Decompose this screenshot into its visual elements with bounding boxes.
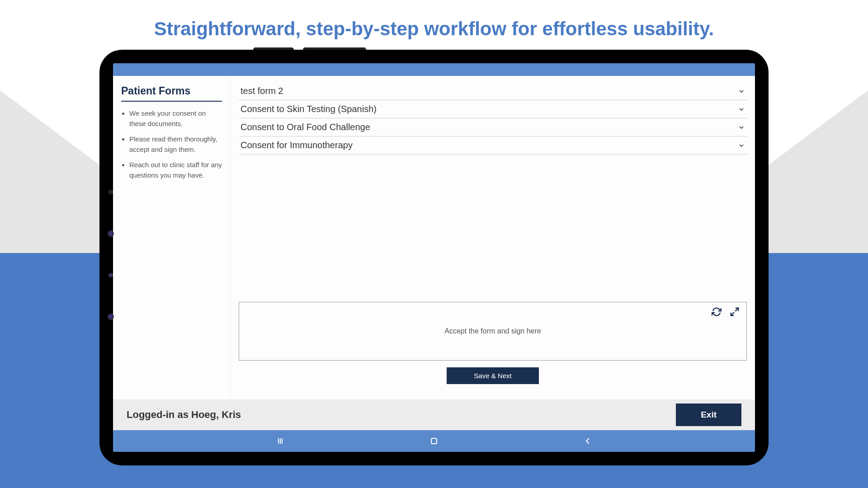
tablet-camera-cluster bbox=[108, 190, 114, 320]
main-content-area: Patient Forms We seek your consent on th… bbox=[113, 76, 755, 399]
expand-icon[interactable] bbox=[730, 307, 740, 317]
android-nav-bar bbox=[113, 430, 755, 452]
sidebar-instruction-item: We seek your consent on these documents. bbox=[129, 108, 222, 129]
chevron-down-icon bbox=[738, 106, 745, 113]
form-label: Consent for Immunotherapy bbox=[241, 140, 353, 150]
chevron-down-icon bbox=[738, 142, 745, 149]
app-header-bar bbox=[113, 63, 755, 76]
home-icon[interactable] bbox=[429, 436, 439, 446]
sidebar-instruction-item: Please read them thoroughly, accept and … bbox=[129, 134, 222, 155]
tablet-physical-button bbox=[253, 47, 294, 50]
footer-bar: Logged-in as Hoeg, Kris Exit bbox=[113, 399, 755, 430]
forms-panel: test form 2 Consent to Skin Testing (Spa… bbox=[231, 76, 755, 399]
form-accordion-item[interactable]: Consent to Oral Food Challenge bbox=[239, 118, 747, 136]
svg-rect-5 bbox=[431, 438, 437, 444]
refresh-icon[interactable] bbox=[712, 307, 722, 317]
form-accordion-item[interactable]: Consent for Immunotherapy bbox=[239, 136, 747, 155]
chevron-down-icon bbox=[738, 88, 745, 95]
sidebar-instructions-list: We seek your consent on these documents.… bbox=[121, 108, 222, 180]
form-accordion-item[interactable]: Consent to Skin Testing (Spanish) bbox=[239, 100, 747, 118]
tablet-screen: Patient Forms We seek your consent on th… bbox=[113, 63, 755, 452]
signature-pad[interactable]: Accept the form and sign here bbox=[239, 302, 747, 361]
sidebar-instruction-item: Reach out to clinic staff for any questi… bbox=[129, 160, 222, 180]
signature-placeholder: Accept the form and sign here bbox=[444, 327, 541, 335]
marketing-headline: Straightforward, step-by-step workflow f… bbox=[0, 18, 868, 40]
tablet-physical-button bbox=[303, 47, 366, 50]
back-icon[interactable] bbox=[582, 436, 593, 446]
form-label: test form 2 bbox=[241, 86, 283, 96]
sidebar-title: Patient Forms bbox=[121, 85, 222, 102]
logged-in-status: Logged-in as Hoeg, Kris bbox=[127, 409, 241, 421]
exit-button[interactable]: Exit bbox=[676, 404, 741, 426]
recent-apps-icon[interactable] bbox=[275, 436, 286, 446]
chevron-down-icon bbox=[738, 124, 745, 131]
form-accordion-item[interactable]: test form 2 bbox=[239, 82, 747, 100]
tablet-device-frame: Patient Forms We seek your consent on th… bbox=[99, 50, 769, 465]
form-label: Consent to Skin Testing (Spanish) bbox=[241, 104, 377, 114]
sidebar: Patient Forms We seek your consent on th… bbox=[113, 76, 231, 399]
form-label: Consent to Oral Food Challenge bbox=[241, 122, 370, 132]
save-next-button[interactable]: Save & Next bbox=[447, 367, 538, 384]
